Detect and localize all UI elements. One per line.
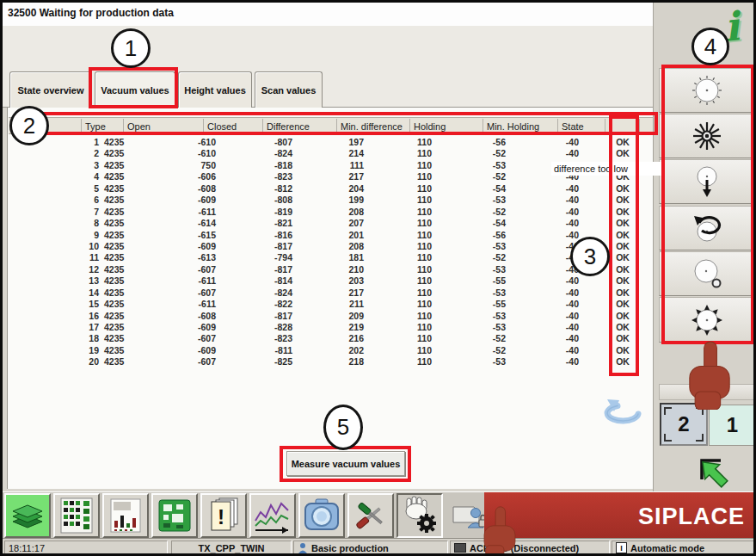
nozzle-offset-button[interactable]: [659, 251, 755, 296]
table-cell: 4235: [104, 160, 142, 171]
toolbar-statistics-button[interactable]: [102, 493, 149, 538]
table-cell: -40: [529, 333, 579, 344]
toolbar-camera-button[interactable]: [298, 493, 345, 538]
table-cell: -40: [529, 287, 579, 299]
toolbar-manual-operations-button[interactable]: [396, 493, 443, 538]
table-cell: OK: [605, 183, 641, 195]
trend-chart-icon: [255, 503, 288, 534]
table-cell: 4235: [104, 299, 142, 310]
tab-scan-values[interactable]: Scan values: [255, 71, 323, 108]
table-cell: 9: [54, 230, 99, 241]
column-header[interactable]: Closed: [207, 121, 237, 132]
table-cell: 110: [382, 218, 432, 229]
dial-down-arrow-icon: [698, 167, 716, 197]
nozzle-rotate-button[interactable]: [659, 206, 755, 250]
table-cell: OK: [605, 252, 641, 263]
table-row[interactable]: 204235-607-825218110-53-40OK: [3, 356, 654, 368]
table-cell: 110: [382, 287, 432, 299]
table-row[interactable]: 164235-608-817209110-53-40OK: [3, 311, 654, 322]
nozzle-down-button[interactable]: [659, 159, 755, 204]
person-icon: [298, 542, 308, 554]
table-cell: 14: [54, 287, 99, 299]
column-header[interactable]: Min. Holding: [487, 121, 539, 132]
hand-gear-icon: [406, 497, 436, 533]
toolbar-pcb-button[interactable]: [151, 493, 198, 538]
table-row[interactable]: 134235-611-814203110-55-40OK: [3, 275, 654, 287]
tools-maintenance-icon: [356, 503, 384, 529]
table-cell: -610: [166, 137, 216, 148]
table-row[interactable]: 124235-607-817210110-53-40OK: [3, 264, 654, 275]
table-cell: 111: [314, 160, 364, 171]
toolbar-errors-button[interactable]: !: [200, 493, 247, 538]
starburst-gear-button[interactable]: [659, 114, 755, 158]
table-cell: -40: [529, 299, 579, 310]
table-cell: OK: [605, 230, 641, 241]
header-separator: [605, 119, 605, 133]
table-row[interactable]: 54235-608-812204110-54-40OK: [3, 183, 654, 195]
nozzle-dial-ticks-button[interactable]: [659, 68, 755, 113]
table-row[interactable]: 154235-611-822211110-55-40OK: [3, 299, 654, 310]
table-cell: 219: [314, 322, 364, 333]
status-automatic-mode: I Automatic mode: [612, 541, 754, 555]
table-cell: 4235: [104, 218, 142, 229]
table-cell: -54: [456, 183, 506, 195]
gantry-1-button[interactable]: 1: [709, 405, 756, 446]
table-cell: -40: [529, 275, 579, 287]
table-row[interactable]: 174235-609-828219110-53-40OK: [3, 322, 654, 333]
machine-message: 32500 Waiting for production data: [8, 7, 174, 19]
table-cell: 217: [314, 171, 364, 182]
table-cell: 218: [314, 356, 364, 368]
table-cell: 7: [54, 207, 99, 218]
table-row[interactable]: 94235-615-816201110-56-40OK: [3, 230, 654, 241]
column-header[interactable]: Min. difference: [341, 121, 403, 132]
table-row[interactable]: 84235-614-821207110-54-40OK: [3, 218, 654, 229]
table-cell: -821: [243, 218, 292, 229]
table-cell: -610: [166, 148, 216, 159]
nozzle-teeth-button[interactable]: [659, 297, 755, 343]
table-row[interactable]: 64235-609-808199110-53-40OK: [3, 195, 654, 206]
measure-vacuum-values-button[interactable]: Measure vacuum values: [286, 451, 405, 476]
table-cell: 110: [382, 195, 432, 206]
statistics-bars-icon: [111, 499, 140, 532]
table-row[interactable]: 74235-611-819208110-52-40OK: [3, 207, 654, 218]
toolbar-component-matrix-button[interactable]: [53, 493, 100, 538]
table-cell: 4235: [104, 230, 142, 241]
table-row[interactable]: 194235-609-811202110-52-40OK: [3, 345, 654, 356]
table-cell: -40: [529, 322, 579, 333]
header-separator: [639, 119, 640, 133]
toolbar-trend-button[interactable]: [249, 493, 296, 538]
dial-teeth-icon: [691, 305, 722, 336]
column-header[interactable]: Open: [127, 121, 151, 132]
status-user-mode: Basic production: [293, 541, 448, 555]
column-header[interactable]: State: [562, 121, 584, 132]
table-cell: -53: [456, 195, 506, 206]
tab-vacuum-values[interactable]: Vacuum values: [95, 71, 175, 108]
table-cell: 110: [382, 207, 432, 218]
tab-height-values[interactable]: Height values: [178, 71, 252, 108]
table-cell: -56: [456, 230, 506, 241]
toolbar-tools-button[interactable]: [347, 493, 394, 538]
table-row[interactable]: 24235-610-824214110-52-40OK: [3, 148, 654, 159]
gantry-2-button[interactable]: 2: [660, 403, 708, 446]
table-cell: -812: [243, 183, 292, 195]
table-cell: -40: [529, 356, 579, 368]
status-bar: 18:11:17 TX_CPP_TWIN Basic production AC…: [3, 538, 756, 556]
rotate-view-icon[interactable]: [599, 392, 646, 429]
table-cell: 4235: [104, 356, 142, 368]
table-row[interactable]: 104235-609-817208110-53-40OK: [3, 241, 654, 252]
tab-state-overview[interactable]: State overview: [9, 71, 92, 108]
table-row[interactable]: 114235-613-794181110-52-40OK: [3, 252, 654, 263]
table-cell: -52: [456, 148, 506, 159]
toolbar-feeder-stack-button[interactable]: [4, 493, 51, 538]
column-header[interactable]: Difference: [267, 121, 310, 132]
column-header[interactable]: Type: [85, 121, 106, 132]
table-cell: 4235: [104, 137, 142, 148]
table-cell: -607: [166, 333, 216, 344]
table-cell: 110: [382, 356, 432, 368]
table-row[interactable]: 184235-607-823216110-52-40OK: [3, 333, 654, 344]
table-row[interactable]: 14235-610-807197110-56-40OK: [3, 137, 654, 148]
return-arrow-button[interactable]: [691, 454, 738, 493]
column-header[interactable]: Holding: [414, 121, 446, 132]
table-cell: OK: [605, 137, 641, 148]
table-row[interactable]: 144235-607-824217110-53-40OK: [3, 287, 654, 299]
